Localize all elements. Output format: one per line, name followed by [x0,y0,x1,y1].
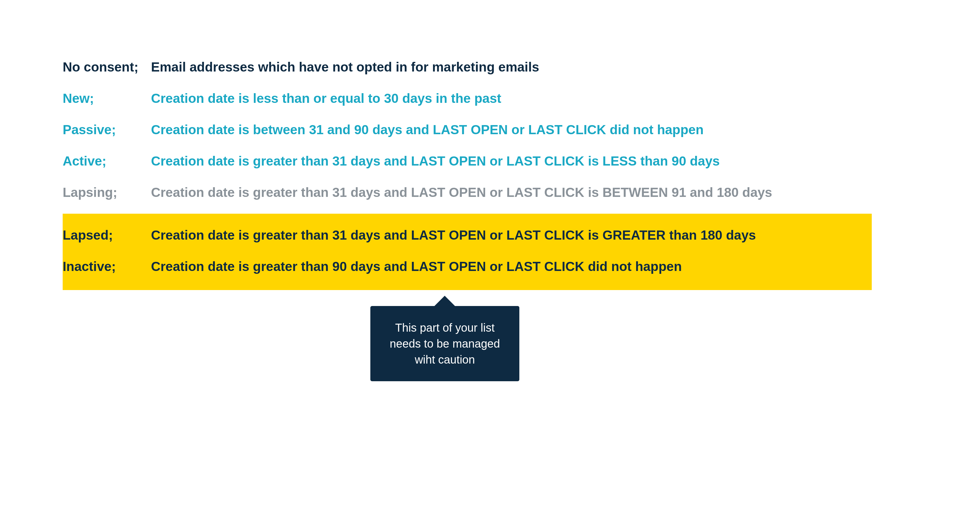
highlighted-rows: Lapsed; Creation date is greater than 31… [63,214,872,290]
row-no-consent: No consent; Email addresses which have n… [63,51,917,83]
desc-active: Creation date is greater than 31 days an… [151,153,917,169]
callout-box: This part of your list needs to be manag… [370,306,519,381]
desc-inactive: Creation date is greater than 90 days an… [151,259,872,274]
row-lapsed: Lapsed; Creation date is greater than 31… [63,220,872,251]
label-no-consent: No consent; [63,59,151,75]
label-new: New; [63,91,151,106]
row-inactive: Inactive; Creation date is greater than … [63,251,872,282]
label-inactive: Inactive; [63,259,151,274]
desc-lapsing: Creation date is greater than 31 days an… [151,185,917,200]
callout-wrap: This part of your list needs to be manag… [370,293,917,381]
desc-passive: Creation date is between 31 and 90 days … [151,122,917,137]
label-lapsing: Lapsing; [63,185,151,200]
row-passive: Passive; Creation date is between 31 and… [63,114,917,145]
label-passive: Passive; [63,122,151,137]
row-new: New; Creation date is less than or equal… [63,83,917,114]
desc-no-consent: Email addresses which have not opted in … [151,59,917,75]
callout-line2: needs to be managed [390,336,500,352]
desc-new: Creation date is less than or equal to 3… [151,91,917,106]
callout-line3: wiht caution [390,352,500,368]
label-lapsed: Lapsed; [63,228,151,243]
desc-lapsed: Creation date is greater than 31 days an… [151,228,872,243]
row-active: Active; Creation date is greater than 31… [63,145,917,177]
row-lapsing: Lapsing; Creation date is greater than 3… [63,177,917,208]
definitions-list: No consent; Email addresses which have n… [63,51,917,208]
callout-line1: This part of your list [390,320,500,336]
label-active: Active; [63,153,151,169]
